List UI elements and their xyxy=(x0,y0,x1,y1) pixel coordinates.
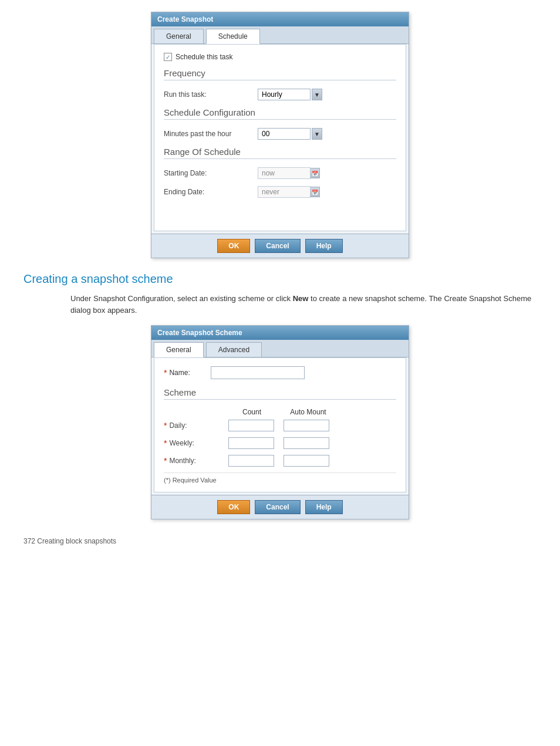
ending-date-input[interactable] xyxy=(258,186,311,198)
weekly-text: Weekly: xyxy=(169,439,194,447)
monthly-required-star: * xyxy=(164,456,167,465)
col-auto-mount-header: Auto Mount xyxy=(285,408,332,416)
run-task-select[interactable]: Hourly xyxy=(258,89,311,100)
frequency-section: Frequency Run this task: Hourly ▼ xyxy=(164,68,396,100)
minutes-label: Minutes past the hour xyxy=(164,130,258,138)
starting-date-input[interactable] xyxy=(258,167,311,179)
daily-auto-mount-input[interactable] xyxy=(284,420,329,431)
page-footer-text: 372 Creating block snapshots xyxy=(23,537,116,545)
dialog1-cancel-button[interactable]: Cancel xyxy=(255,239,300,253)
starting-date-row: Starting Date: 📅 xyxy=(164,167,396,179)
name-label-area: * Name: xyxy=(164,368,211,377)
daily-count-input[interactable] xyxy=(228,420,274,431)
name-label: Name: xyxy=(169,369,190,377)
create-snapshot-dialog-wrapper: Create Snapshot General Schedule ✓ Sched… xyxy=(23,12,537,258)
starting-date-label: Starting Date: xyxy=(164,169,258,177)
dialog1-titlebar: Create Snapshot xyxy=(151,12,409,26)
dialog2-body: * Name: Scheme Count Auto Mount * Daily: xyxy=(154,357,406,492)
dialog2-tab-general[interactable]: General xyxy=(154,342,204,357)
dialog2-help-button[interactable]: Help xyxy=(305,500,343,514)
scheme-section: Scheme Count Auto Mount * Daily: xyxy=(164,387,396,467)
dialog1-footer: OK Cancel Help xyxy=(151,234,409,258)
weekly-count-input[interactable] xyxy=(228,437,274,449)
section-text-bold: New xyxy=(293,294,309,303)
ending-date-row: Ending Date: 📅 xyxy=(164,186,396,198)
page-footer: 372 Creating block snapshots xyxy=(23,537,537,545)
dialog1-title: Create Snapshot xyxy=(157,15,213,23)
dialog1-tab-schedule[interactable]: Schedule xyxy=(206,29,260,44)
scheme-header: Scheme xyxy=(164,387,396,400)
dialog1-ok-button[interactable]: OK xyxy=(217,239,250,253)
dialog1-tab-general[interactable]: General xyxy=(154,29,204,43)
weekly-required-star: * xyxy=(164,438,167,448)
dialog2-title: Create Snapshot Scheme xyxy=(157,329,242,337)
dialog2-titlebar: Create Snapshot Scheme xyxy=(151,326,409,340)
schedule-config-section: Schedule Configuration Minutes past the … xyxy=(164,107,396,140)
monthly-auto-mount-input[interactable] xyxy=(284,455,329,467)
minutes-select[interactable]: 00 xyxy=(258,128,311,140)
monthly-text: Monthly: xyxy=(169,457,195,465)
name-input[interactable] xyxy=(211,366,305,379)
section-text-part1: Under Snapshot Configuration, select an … xyxy=(70,294,291,303)
starting-date-control: 📅 xyxy=(258,167,320,179)
schedule-task-row: ✓ Schedule this task xyxy=(164,53,396,61)
section-heading: Creating a snapshot scheme xyxy=(23,272,537,286)
name-required-star: * xyxy=(164,368,167,377)
create-snapshot-scheme-dialog-wrapper: Create Snapshot Scheme General Advanced … xyxy=(23,325,537,519)
monthly-label: * Monthly: xyxy=(164,456,228,465)
range-header: Range Of Schedule xyxy=(164,147,396,159)
run-task-control: Hourly ▼ xyxy=(258,89,322,100)
minutes-control: 00 ▼ xyxy=(258,128,322,140)
dialog1-body: ✓ Schedule this task Frequency Run this … xyxy=(154,44,406,231)
dialog2-footer: OK Cancel Help xyxy=(151,495,409,519)
starting-date-calendar-icon[interactable]: 📅 xyxy=(311,168,320,178)
weekly-label: * Weekly: xyxy=(164,438,228,448)
dialog2-tabs: General Advanced xyxy=(151,340,409,357)
schedule-task-label: Schedule this task xyxy=(176,53,232,61)
run-task-arrow[interactable]: ▼ xyxy=(312,89,322,100)
schedule-task-checkbox[interactable]: ✓ xyxy=(164,53,172,61)
run-task-label: Run this task: xyxy=(164,90,258,99)
monthly-row: * Monthly: xyxy=(164,455,396,467)
scheme-col-headers: Count Auto Mount xyxy=(228,408,396,416)
create-snapshot-scheme-dialog: Create Snapshot Scheme General Advanced … xyxy=(151,325,409,519)
create-snapshot-dialog: Create Snapshot General Schedule ✓ Sched… xyxy=(151,12,409,258)
daily-required-star: * xyxy=(164,421,167,430)
name-row: * Name: xyxy=(164,366,396,379)
weekly-auto-mount-input[interactable] xyxy=(284,437,329,449)
ending-date-label: Ending Date: xyxy=(164,188,258,196)
ending-date-control: 📅 xyxy=(258,186,320,198)
minutes-row: Minutes past the hour 00 ▼ xyxy=(164,128,396,140)
daily-label: * Daily: xyxy=(164,421,228,430)
frequency-header: Frequency xyxy=(164,68,396,80)
run-task-row: Run this task: Hourly ▼ xyxy=(164,89,396,100)
col-count-header: Count xyxy=(228,408,275,416)
schedule-config-header: Schedule Configuration xyxy=(164,107,396,120)
ending-date-calendar-icon[interactable]: 📅 xyxy=(311,187,320,197)
range-section: Range Of Schedule Starting Date: 📅 Endin… xyxy=(164,147,396,198)
weekly-row: * Weekly: xyxy=(164,437,396,449)
monthly-count-input[interactable] xyxy=(228,455,274,467)
section-description: Under Snapshot Configuration, select an … xyxy=(70,293,537,316)
dialog2-tab-advanced[interactable]: Advanced xyxy=(206,342,262,357)
dialog2-ok-button[interactable]: OK xyxy=(217,500,250,514)
dialog1-help-button[interactable]: Help xyxy=(305,239,343,253)
daily-text: Daily: xyxy=(169,421,187,430)
minutes-arrow[interactable]: ▼ xyxy=(312,128,322,140)
dialog2-cancel-button[interactable]: Cancel xyxy=(255,500,300,514)
body-spacer xyxy=(164,205,396,222)
daily-row: * Daily: xyxy=(164,420,396,431)
required-note: (*) Required Value xyxy=(164,472,396,484)
dialog1-tabs: General Schedule xyxy=(151,26,409,44)
